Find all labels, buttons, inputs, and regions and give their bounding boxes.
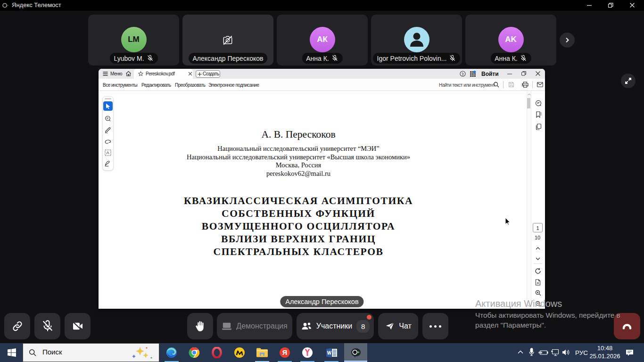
svg-text:A: A: [106, 150, 109, 155]
svg-text:Я: Я: [282, 349, 287, 356]
